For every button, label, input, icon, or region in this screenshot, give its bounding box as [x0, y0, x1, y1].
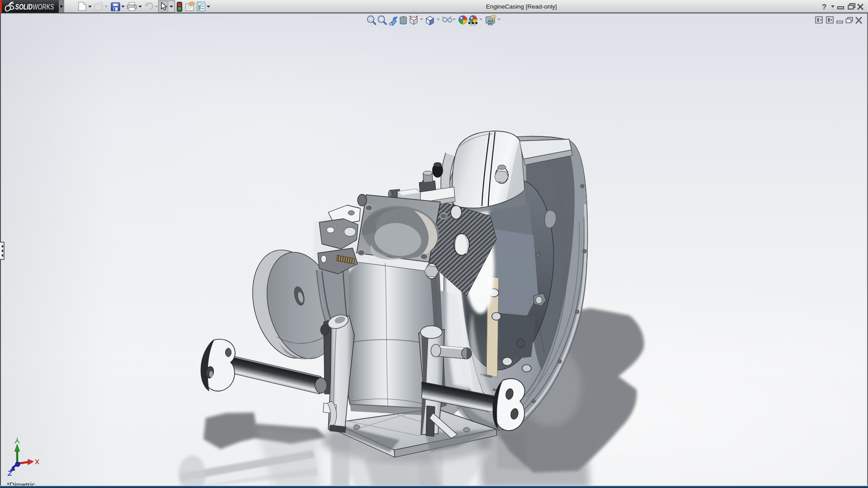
svg-text:EngineCasing [Read-only]: EngineCasing [Read-only]	[486, 3, 557, 10]
svg-text:?: ?	[822, 3, 826, 11]
svg-text:SOLIDWORKS: SOLIDWORKS	[15, 3, 54, 11]
